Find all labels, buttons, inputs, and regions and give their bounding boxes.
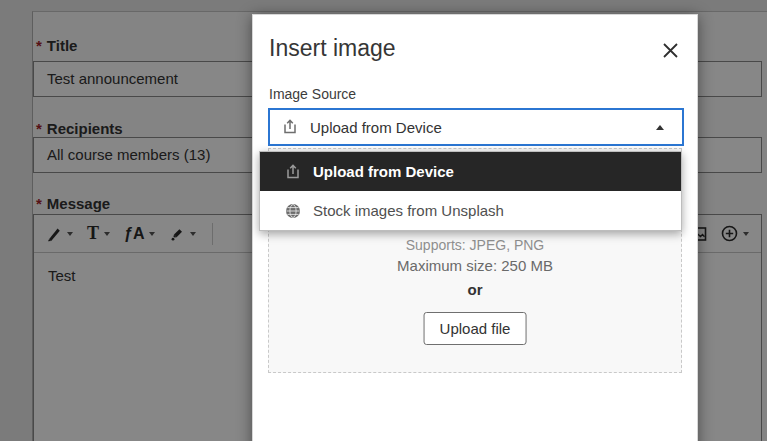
image-source-select[interactable]: Upload from Device (268, 108, 684, 146)
announcement-page: *Title Test announcement *Recipients All… (0, 0, 767, 441)
or-separator: or (269, 281, 681, 298)
image-source-label: Image Source (269, 86, 356, 102)
max-size-text: Maximum size: 250 MB (269, 257, 681, 274)
option-upload-from-device[interactable]: Upload from Device (260, 152, 681, 191)
dialog-title: Insert image (269, 35, 396, 62)
globe-icon (285, 203, 301, 219)
close-button[interactable] (657, 37, 683, 63)
close-icon (661, 41, 680, 60)
select-value: Upload from Device (310, 119, 442, 136)
option-stock-images-unsplash[interactable]: Stock images from Unsplash (260, 191, 681, 230)
insert-image-dialog: Insert image Image Source Upload from De… (252, 14, 698, 441)
upload-file-button[interactable]: Upload file (424, 312, 527, 345)
option-label: Stock images from Unsplash (313, 202, 504, 219)
caret-up-icon (656, 125, 664, 130)
image-source-menu: Upload from Device Stock images from Uns… (259, 151, 682, 231)
upload-icon (285, 164, 301, 180)
option-label: Upload from Device (313, 163, 454, 180)
upload-icon (282, 119, 298, 135)
supported-formats-text: Supports: JPEG, PNG (269, 237, 681, 253)
